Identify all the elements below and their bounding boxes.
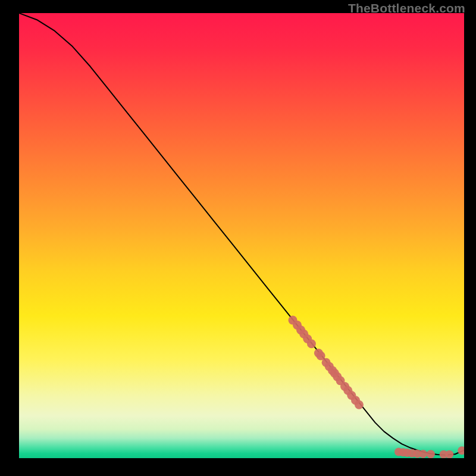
- chart-background-gradient: [19, 13, 464, 458]
- chart-plot-area: [19, 13, 464, 458]
- chart-point: [419, 450, 427, 458]
- chart-point: [427, 450, 435, 458]
- chart-svg: [19, 13, 464, 458]
- chart-point: [355, 400, 364, 409]
- chart-point: [445, 450, 453, 458]
- chart-point: [307, 339, 316, 348]
- chart-stage: TheBottleneck.com: [0, 0, 476, 476]
